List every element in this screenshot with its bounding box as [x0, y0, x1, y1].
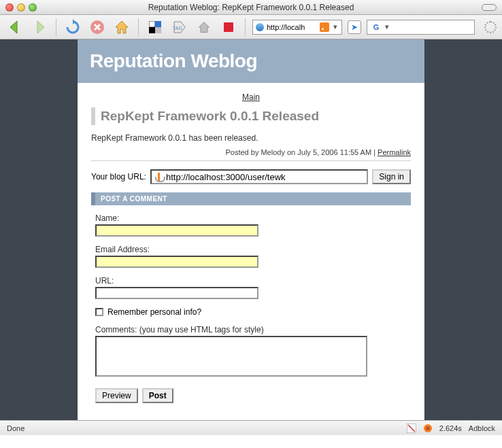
delicious-icon[interactable]: [146, 18, 165, 37]
site-icon: [256, 23, 264, 31]
status-text: Done: [7, 424, 24, 432]
search-bar[interactable]: G ▾: [367, 20, 475, 35]
url-input[interactable]: [95, 287, 258, 299]
window-titlebar: Reputation Weblog: RepKept Framework 0.0…: [0, 0, 502, 15]
meta-text: Posted by Melody on July 5, 2006 11:55 A…: [225, 148, 378, 156]
blog-url-value: http://localhost:3000/user/tewk: [166, 172, 286, 182]
name-input[interactable]: [95, 224, 258, 237]
back-button[interactable]: [5, 18, 24, 37]
url-bar[interactable]: http://localh ▾: [252, 20, 342, 35]
firebug-icon[interactable]: [423, 424, 433, 433]
load-time: 2.624s: [439, 424, 462, 432]
name-label: Name:: [95, 213, 411, 223]
comment-header: POST A COMMENT: [91, 192, 411, 205]
tag-icon[interactable]: TAG: [170, 18, 189, 37]
remember-checkbox[interactable]: [95, 308, 103, 316]
browser-toolbar: TAG http://localh ▾ ➤ G ▾: [0, 15, 502, 39]
post-button[interactable]: Post: [142, 388, 173, 403]
blog-url-label: Your blog URL:: [91, 172, 146, 182]
toolbar-divider: [138, 18, 139, 36]
throbber-icon: [484, 21, 497, 33]
openid-icon: [154, 173, 163, 182]
pill-button[interactable]: [482, 4, 497, 11]
preview-button[interactable]: Preview: [95, 388, 138, 403]
post-meta: Posted by Melody on July 5, 2006 11:55 A…: [91, 148, 411, 161]
svg-rect-2: [155, 21, 161, 27]
page-content: Reputation Weblog Main RepKept Framework…: [78, 39, 424, 420]
post-title: RepKept Framework 0.0.1 Released: [91, 107, 411, 125]
toolbar-divider: [56, 18, 56, 36]
post-body: RepKept Framework 0.0.1 has been release…: [91, 125, 411, 148]
browser-viewport: Reputation Weblog Main RepKept Framework…: [0, 39, 502, 420]
url-text: http://localh: [267, 23, 317, 31]
reload-button[interactable]: [63, 18, 82, 37]
sign-in-button[interactable]: Sign in: [372, 169, 411, 184]
stop-record-icon[interactable]: [219, 18, 238, 37]
comments-input[interactable]: [95, 336, 367, 377]
blog-url-input[interactable]: http://localhost:3000/user/tewk: [150, 169, 368, 184]
svg-text:TAG: TAG: [173, 26, 182, 31]
window-title: Reputation Weblog: RepKept Framework 0.0…: [0, 3, 502, 12]
rss-icon[interactable]: [320, 22, 329, 32]
toolbar-divider: [245, 18, 246, 36]
url-dropdown-icon[interactable]: ▾: [332, 22, 339, 31]
home-button[interactable]: [112, 18, 131, 37]
main-link[interactable]: Main: [242, 92, 260, 102]
go-button[interactable]: ➤: [348, 20, 361, 34]
noscript-icon[interactable]: [407, 424, 416, 433]
svg-rect-3: [149, 27, 155, 33]
forward-button[interactable]: [30, 18, 49, 37]
url-label: URL:: [95, 276, 411, 286]
svg-rect-4: [155, 27, 161, 33]
stop-button[interactable]: [88, 18, 107, 37]
status-bar: Done 2.624s Adblock: [0, 420, 502, 435]
adblock-label[interactable]: Adblock: [469, 424, 495, 432]
permalink[interactable]: Permalink: [378, 148, 411, 156]
site-title: Reputation Weblog: [90, 50, 412, 72]
comments-label: Comments: (you may use HTML tags for sty…: [95, 325, 411, 334]
svg-rect-6: [224, 22, 233, 32]
email-label: Email Address:: [95, 245, 411, 254]
email-input[interactable]: [95, 256, 258, 268]
grey-home-icon[interactable]: [195, 18, 214, 37]
remember-label: Remember personal info?: [107, 307, 201, 317]
site-banner: Reputation Weblog: [78, 39, 424, 83]
google-icon: G: [371, 22, 381, 32]
search-dropdown-icon[interactable]: ▾: [384, 22, 390, 31]
svg-point-9: [426, 426, 430, 430]
svg-rect-1: [149, 21, 155, 27]
